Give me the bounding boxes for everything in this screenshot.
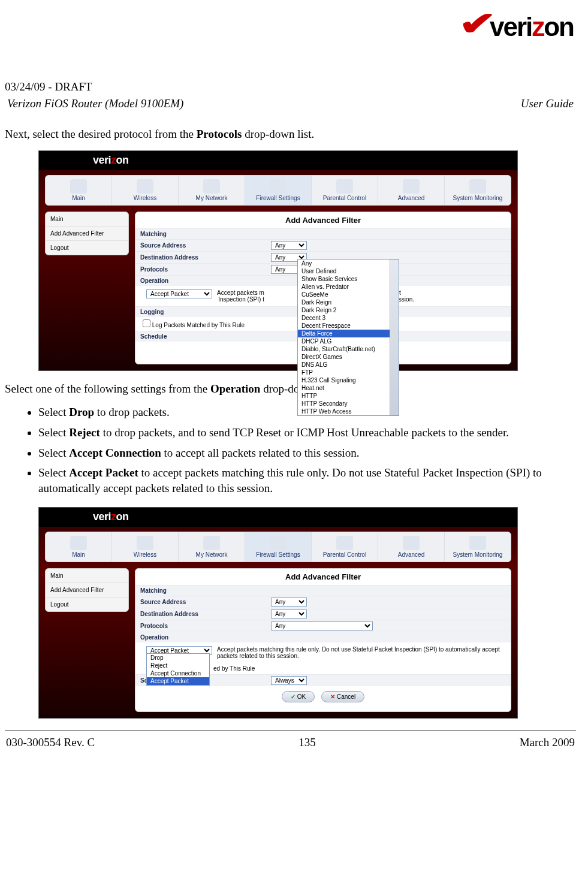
protocol-option[interactable]: Dark Reign 2 [298, 306, 399, 314]
protocols-select-2[interactable]: Any [271, 621, 373, 630]
nav-my-network[interactable]: My Network [179, 176, 245, 205]
nav-icon [403, 536, 420, 550]
router-logo: verizon [93, 154, 129, 167]
dest-select-2[interactable]: Any [271, 610, 307, 618]
row-matching: Matching [135, 229, 267, 239]
source-select-2[interactable]: Any [271, 598, 307, 607]
operation-option[interactable]: Drop [147, 654, 209, 662]
nav-system-monitoring[interactable]: System Monitoring [445, 532, 511, 562]
guide-label: User Guide [521, 97, 574, 110]
sidebar-item-add-advanced-filter[interactable]: Add Advanced Filter [46, 227, 128, 241]
nav-label: Advanced [378, 551, 444, 558]
protocol-option[interactable]: DNS ALG [298, 361, 399, 369]
sidebar-item-main[interactable]: Main [46, 212, 128, 227]
row-source: Source Address [135, 240, 267, 251]
panel-title-2: Add Advanced Filter [135, 569, 511, 585]
source-select[interactable]: Any [271, 241, 307, 250]
draft-stamp: 03/24/09 - DRAFT [5, 80, 576, 93]
protocol-option[interactable]: Show Basic Services [298, 275, 399, 283]
operation-description: Accept packets matching this rule only. … [212, 646, 505, 659]
sidebar-item-logout[interactable]: Logout [46, 241, 128, 255]
nav-firewall-settings[interactable]: Firewall Settings [245, 532, 312, 562]
protocol-option[interactable]: Alien vs. Predator [298, 283, 399, 291]
ok-button-2[interactable]: ✓ OK [282, 691, 315, 702]
row-operation: Operation [135, 276, 267, 286]
row-source-2: Source Address [135, 597, 267, 607]
footer-left: 030-300554 Rev. C [6, 736, 95, 749]
protocol-option[interactable]: DHCP ALG [298, 337, 399, 345]
row-operation-2: Operation [135, 632, 267, 642]
operation-option[interactable]: Accept Connection [147, 669, 209, 677]
nav-label: Firewall Settings [245, 195, 311, 201]
nav-label: Wireless [112, 195, 178, 201]
nav-firewall-settings[interactable]: Firewall Settings [245, 176, 312, 205]
protocol-option[interactable]: Delta Force [298, 330, 399, 337]
router-logo-2: verizon [93, 511, 129, 523]
nav-icon [469, 179, 486, 194]
log-label-trunc: ed by This Rule [213, 665, 255, 672]
nav-icon [70, 179, 87, 194]
protocol-option[interactable]: HTTP Secondary [298, 400, 399, 408]
schedule-select[interactable]: Always [271, 676, 307, 685]
nav-label: System Monitoring [445, 551, 511, 558]
bullet-item: Select Accept Connection to accept all p… [38, 445, 576, 461]
footer-date: March 2009 [520, 736, 575, 749]
nav-icon [137, 536, 153, 550]
protocol-option[interactable]: Heat.net [298, 384, 399, 392]
protocol-option[interactable]: Decent 3 [298, 314, 399, 322]
paragraph-operation: Select one of the following settings fro… [5, 382, 576, 397]
operation-option[interactable]: Reject [147, 662, 209, 669]
cancel-button[interactable]: ✕ Cancel [321, 691, 364, 702]
nav-icon [270, 536, 287, 550]
protocols-dropdown[interactable]: AnyUser DefinedShow Basic ServicesAlien … [297, 259, 399, 416]
nav-main[interactable]: Main [46, 176, 112, 205]
protocol-option[interactable]: CuSeeMe [298, 291, 399, 298]
footer-page: 135 [298, 736, 316, 749]
sidebar-item-main[interactable]: Main [46, 569, 128, 583]
protocol-option[interactable]: HTTP Web Access [298, 408, 399, 415]
protocol-option[interactable]: H.323 Call Signaling [298, 376, 399, 384]
log-checkbox[interactable] [143, 319, 150, 327]
operation-select[interactable]: Accept Packet [146, 289, 212, 298]
nav-icon [203, 179, 220, 194]
screenshot-operation: verizon MainWirelessMy NetworkFirewall S… [38, 507, 518, 719]
screenshot-protocols: verizon MainWirelessMy NetworkFirewall S… [38, 150, 518, 371]
nav-advanced[interactable]: Advanced [378, 532, 445, 562]
protocol-option[interactable]: FTP [298, 369, 399, 376]
nav-label: Firewall Settings [245, 551, 311, 558]
nav-icon [137, 179, 153, 194]
log-label: Log Packets Matched by This Rule [152, 322, 245, 328]
protocol-option[interactable]: Decent Freespace [298, 322, 399, 330]
nav-parental-control[interactable]: Parental Control [312, 532, 378, 562]
nav-icon [403, 179, 420, 194]
nav-icon [270, 179, 287, 194]
operation-option[interactable]: Accept Packet [147, 677, 209, 685]
nav-main[interactable]: Main [46, 532, 112, 562]
nav-wireless[interactable]: Wireless [112, 176, 179, 205]
sidebar-item-add-advanced-filter[interactable]: Add Advanced Filter [46, 583, 128, 598]
nav-system-monitoring[interactable]: System Monitoring [445, 176, 511, 205]
nav-label: Main [46, 195, 111, 201]
verizon-logo: ✔verizon [464, 6, 574, 44]
nav-wireless[interactable]: Wireless [112, 532, 179, 562]
protocol-option[interactable]: DirectX Games [298, 353, 399, 361]
nav-my-network[interactable]: My Network [179, 532, 245, 562]
protocol-option[interactable]: Dark Reign [298, 298, 399, 306]
nav-icon [70, 536, 87, 550]
row-logging: Logging [135, 307, 267, 317]
protocol-option[interactable]: Any [298, 260, 399, 267]
nav-label: Wireless [112, 551, 178, 558]
row-dest-2: Destination Address [135, 609, 267, 619]
nav-label: Parental Control [312, 195, 378, 201]
nav-icon [336, 179, 353, 194]
nav-parental-control[interactable]: Parental Control [312, 176, 378, 205]
sidebar-item-logout[interactable]: Logout [46, 598, 128, 611]
protocol-option[interactable]: Diablo, StarCraft(Battle.net) [298, 345, 399, 353]
row-schedule: Schedule [135, 331, 267, 342]
protocol-option[interactable]: User Defined [298, 267, 399, 275]
protocol-option[interactable]: HTTP [298, 392, 399, 400]
nav-advanced[interactable]: Advanced [378, 176, 445, 205]
operation-dropdown[interactable]: DropRejectAccept ConnectionAccept Packet [146, 653, 210, 686]
nav-label: My Network [179, 195, 245, 201]
nav-icon [469, 536, 486, 550]
